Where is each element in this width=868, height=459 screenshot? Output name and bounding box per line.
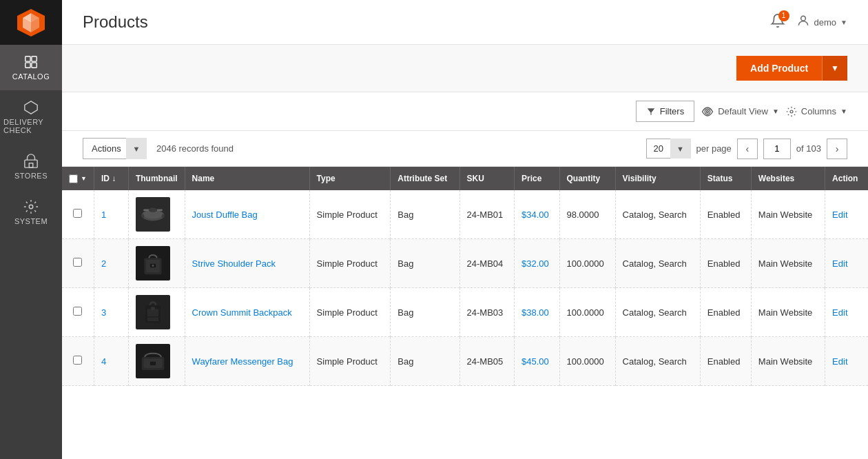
catalog-icon <box>23 54 39 70</box>
svg-rect-10 <box>25 160 37 167</box>
current-page-input[interactable] <box>763 139 791 159</box>
filter-toolbar: Filters Default View ▼ Columns ▼ <box>62 92 868 131</box>
table-header-row: ▼ ID ↓ Thumbnail Name Type Attribute Set… <box>62 167 868 190</box>
user-menu[interactable]: demo ▼ <box>796 14 847 31</box>
actions-select-wrapper: Actions ▼ <box>83 138 147 159</box>
columns-icon <box>786 106 797 117</box>
th-status[interactable]: Status <box>700 167 751 190</box>
td-id[interactable]: 3 <box>94 288 128 337</box>
add-product-wrapper: Add Product ▼ <box>736 56 847 81</box>
td-websites: Main Website <box>751 337 825 386</box>
view-chevron: ▼ <box>772 108 779 115</box>
records-bar: Actions ▼ 2046 records found 20 50 100 ▼… <box>62 131 868 167</box>
columns-chevron: ▼ <box>840 108 847 115</box>
td-id[interactable]: 1 <box>94 190 128 239</box>
td-action[interactable]: Edit <box>825 288 868 337</box>
default-view-label: Default View <box>718 106 768 116</box>
td-websites: Main Website <box>751 190 825 239</box>
row-checkbox[interactable] <box>73 258 82 267</box>
svg-rect-22 <box>141 214 144 218</box>
td-quantity: 100.0000 <box>559 239 615 288</box>
logo[interactable] <box>0 0 62 45</box>
th-price[interactable]: Price <box>515 167 560 190</box>
select-all-checkbox[interactable] <box>69 174 78 183</box>
left-controls: Actions ▼ 2046 records found <box>83 138 234 159</box>
th-quantity[interactable]: Quantity <box>559 167 615 190</box>
sidebar-item-delivery[interactable]: DELIVERY CHECK <box>0 90 62 144</box>
sidebar-catalog-label: CATALOG <box>12 72 50 81</box>
svg-point-21 <box>149 208 158 212</box>
td-name[interactable]: Strive Shoulder Pack <box>185 239 309 288</box>
columns-label: Columns <box>801 106 836 116</box>
th-action: Action <box>825 167 868 190</box>
row-checkbox[interactable] <box>73 209 82 218</box>
sidebar-item-stores[interactable]: STORES <box>0 144 62 190</box>
td-visibility: Catalog, Search <box>615 239 700 288</box>
product-thumbnail <box>136 197 170 232</box>
td-name[interactable]: Crown Summit Backpack <box>185 288 309 337</box>
system-icon <box>23 199 39 214</box>
product-thumbnail <box>136 295 170 329</box>
td-checkbox <box>62 190 94 239</box>
td-status: Enabled <box>700 239 751 288</box>
td-thumbnail <box>128 337 185 386</box>
td-status: Enabled <box>700 337 751 386</box>
th-attribute-set[interactable]: Attribute Set <box>391 167 459 190</box>
td-attribute-set: Bag <box>391 337 459 386</box>
td-visibility: Catalog, Search <box>615 288 700 337</box>
td-name[interactable]: Joust Duffle Bag <box>185 190 309 239</box>
columns-button[interactable]: Columns ▼ <box>786 106 847 117</box>
th-name[interactable]: Name <box>185 167 309 190</box>
svg-rect-23 <box>162 214 165 218</box>
table-row: 3 Crown Summit Backpack Simple Product B… <box>62 288 868 337</box>
page-title: Products <box>83 12 148 32</box>
per-page-select[interactable]: 20 50 100 <box>646 139 691 159</box>
add-product-button[interactable]: Add Product <box>736 56 822 81</box>
td-price: $45.00 <box>515 337 560 386</box>
th-type[interactable]: Type <box>309 167 391 190</box>
row-checkbox[interactable] <box>73 356 82 365</box>
next-page-button[interactable]: › <box>827 139 847 159</box>
th-sku[interactable]: SKU <box>459 167 515 190</box>
per-page-label: per page <box>696 143 732 154</box>
td-id[interactable]: 2 <box>94 239 128 288</box>
td-attribute-set: Bag <box>391 190 459 239</box>
row-checkbox[interactable] <box>73 307 82 316</box>
svg-rect-29 <box>147 309 159 316</box>
svg-rect-8 <box>32 63 37 68</box>
notification-button[interactable]: 1 <box>770 13 785 32</box>
actions-select[interactable]: Actions <box>83 138 147 159</box>
sidebar-delivery-label: DELIVERY CHECK <box>3 118 59 134</box>
svg-rect-7 <box>25 63 30 68</box>
td-type: Simple Product <box>309 337 391 386</box>
th-id[interactable]: ID ↓ <box>94 167 128 190</box>
add-product-dropdown-button[interactable]: ▼ <box>822 56 847 81</box>
td-action[interactable]: Edit <box>825 239 868 288</box>
th-visibility[interactable]: Visibility <box>615 167 700 190</box>
table-row: 1 Joust Duffle Bag Simple Product Bag 24… <box>62 190 868 239</box>
td-visibility: Catalog, Search <box>615 190 700 239</box>
td-type: Simple Product <box>309 239 391 288</box>
th-websites[interactable]: Websites <box>751 167 825 190</box>
td-status: Enabled <box>700 288 751 337</box>
svg-marker-9 <box>25 101 37 114</box>
user-avatar-icon <box>796 14 810 31</box>
notification-badge: 1 <box>778 10 789 21</box>
sidebar-item-catalog[interactable]: CATALOG <box>0 45 62 90</box>
filters-button[interactable]: Filters <box>636 101 694 122</box>
td-action[interactable]: Edit <box>825 190 868 239</box>
sidebar-item-system[interactable]: SYSTEM <box>0 190 62 235</box>
td-name[interactable]: Wayfarer Messenger Bag <box>185 337 309 386</box>
svg-rect-5 <box>25 57 30 61</box>
td-attribute-set: Bag <box>391 288 459 337</box>
default-view-button[interactable]: Default View ▼ <box>701 106 779 116</box>
user-name: demo <box>814 17 837 28</box>
product-thumbnail <box>136 246 170 280</box>
pagination: 20 50 100 ▼ per page ‹ of 103 › <box>646 139 848 159</box>
svg-point-27 <box>152 265 154 267</box>
td-id[interactable]: 4 <box>94 337 128 386</box>
prev-page-button[interactable]: ‹ <box>737 139 758 159</box>
svg-point-15 <box>705 109 710 114</box>
td-action[interactable]: Edit <box>825 337 868 386</box>
th-checkbox-arrow[interactable]: ▼ <box>81 175 87 182</box>
